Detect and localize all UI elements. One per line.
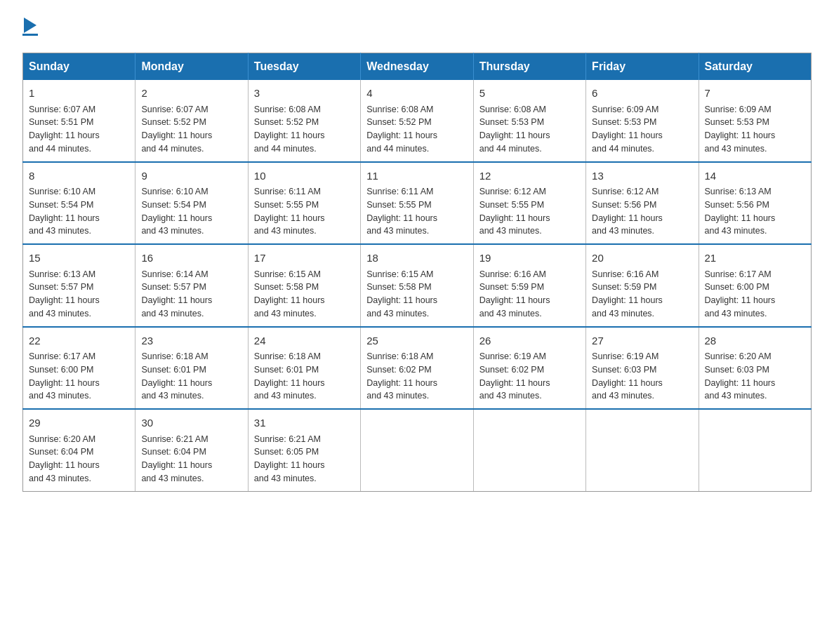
day-number: 15 xyxy=(29,250,129,267)
day-info: Sunrise: 6:08 AMSunset: 5:52 PMDaylight:… xyxy=(254,105,325,154)
calendar-cell: 12Sunrise: 6:12 AMSunset: 5:55 PMDayligh… xyxy=(473,162,585,245)
day-info: Sunrise: 6:12 AMSunset: 5:56 PMDaylight:… xyxy=(592,187,663,236)
calendar-cell: 14Sunrise: 6:13 AMSunset: 5:56 PMDayligh… xyxy=(699,162,811,245)
day-number: 18 xyxy=(366,250,467,267)
calendar-cell: 27Sunrise: 6:19 AMSunset: 6:03 PMDayligh… xyxy=(586,327,699,410)
week-row-1: 1Sunrise: 6:07 AMSunset: 5:51 PMDaylight… xyxy=(23,80,812,162)
calendar-cell xyxy=(361,409,473,491)
calendar-cell: 7Sunrise: 6:09 AMSunset: 5:53 PMDaylight… xyxy=(699,80,811,162)
calendar-cell: 8Sunrise: 6:10 AMSunset: 5:54 PMDaylight… xyxy=(23,162,135,245)
day-number: 4 xyxy=(366,86,467,102)
calendar-cell: 25Sunrise: 6:18 AMSunset: 6:02 PMDayligh… xyxy=(361,327,473,410)
day-info: Sunrise: 6:18 AMSunset: 6:01 PMDaylight:… xyxy=(254,351,325,401)
weekday-header-thursday: Thursday xyxy=(473,53,585,81)
week-row-2: 8Sunrise: 6:10 AMSunset: 5:54 PMDaylight… xyxy=(23,162,812,245)
day-number: 5 xyxy=(479,86,580,102)
calendar-cell: 22Sunrise: 6:17 AMSunset: 6:00 PMDayligh… xyxy=(23,327,135,410)
day-number: 25 xyxy=(366,333,467,349)
logo-arrow-icon xyxy=(24,17,37,35)
day-number: 10 xyxy=(254,168,355,185)
day-info: Sunrise: 6:21 AMSunset: 6:04 PMDaylight:… xyxy=(141,434,212,483)
day-info: Sunrise: 6:11 AMSunset: 5:55 PMDaylight:… xyxy=(366,187,437,236)
calendar-cell xyxy=(699,409,811,491)
weekday-header-row: SundayMondayTuesdayWednesdayThursdayFrid… xyxy=(23,53,812,81)
calendar-cell: 16Sunrise: 6:14 AMSunset: 5:57 PMDayligh… xyxy=(135,244,248,327)
calendar-cell: 9Sunrise: 6:10 AMSunset: 5:54 PMDaylight… xyxy=(135,162,248,245)
day-info: Sunrise: 6:17 AMSunset: 6:00 PMDaylight:… xyxy=(705,269,776,318)
day-number: 30 xyxy=(141,415,241,431)
day-info: Sunrise: 6:08 AMSunset: 5:52 PMDaylight:… xyxy=(366,105,437,154)
day-number: 20 xyxy=(592,250,692,267)
calendar-table: SundayMondayTuesdayWednesdayThursdayFrid… xyxy=(22,53,812,492)
calendar-cell xyxy=(473,409,585,491)
day-number: 3 xyxy=(254,86,355,102)
calendar-cell: 21Sunrise: 6:17 AMSunset: 6:00 PMDayligh… xyxy=(699,244,811,327)
week-row-4: 22Sunrise: 6:17 AMSunset: 6:00 PMDayligh… xyxy=(23,327,812,410)
calendar-cell: 20Sunrise: 6:16 AMSunset: 5:59 PMDayligh… xyxy=(586,244,699,327)
day-info: Sunrise: 6:13 AMSunset: 5:57 PMDaylight:… xyxy=(29,269,100,318)
day-number: 6 xyxy=(592,86,692,102)
day-info: Sunrise: 6:08 AMSunset: 5:53 PMDaylight:… xyxy=(479,105,550,154)
calendar-header: SundayMondayTuesdayWednesdayThursdayFrid… xyxy=(23,53,812,81)
calendar-cell: 5Sunrise: 6:08 AMSunset: 5:53 PMDaylight… xyxy=(473,80,585,162)
day-number: 21 xyxy=(705,250,805,267)
calendar-cell: 4Sunrise: 6:08 AMSunset: 5:52 PMDaylight… xyxy=(361,80,473,162)
day-info: Sunrise: 6:15 AMSunset: 5:58 PMDaylight:… xyxy=(366,269,437,318)
day-number: 22 xyxy=(29,333,129,349)
day-number: 23 xyxy=(141,333,241,349)
calendar-body: 1Sunrise: 6:07 AMSunset: 5:51 PMDaylight… xyxy=(23,80,812,491)
day-number: 2 xyxy=(141,86,241,102)
day-number: 19 xyxy=(479,250,580,267)
day-info: Sunrise: 6:16 AMSunset: 5:59 PMDaylight:… xyxy=(592,269,663,318)
day-number: 26 xyxy=(479,333,580,349)
calendar-cell: 13Sunrise: 6:12 AMSunset: 5:56 PMDayligh… xyxy=(586,162,699,245)
day-number: 24 xyxy=(254,333,355,349)
weekday-header-tuesday: Tuesday xyxy=(248,53,360,81)
day-number: 29 xyxy=(29,415,129,431)
logo-text xyxy=(22,17,38,35)
day-info: Sunrise: 6:09 AMSunset: 5:53 PMDaylight:… xyxy=(592,105,663,154)
day-number: 9 xyxy=(141,168,241,185)
day-info: Sunrise: 6:09 AMSunset: 5:53 PMDaylight:… xyxy=(705,105,776,154)
day-info: Sunrise: 6:12 AMSunset: 5:55 PMDaylight:… xyxy=(479,187,550,236)
calendar-cell: 3Sunrise: 6:08 AMSunset: 5:52 PMDaylight… xyxy=(248,80,360,162)
day-info: Sunrise: 6:15 AMSunset: 5:58 PMDaylight:… xyxy=(254,269,325,318)
weekday-header-saturday: Saturday xyxy=(699,53,811,81)
calendar-cell: 30Sunrise: 6:21 AMSunset: 6:04 PMDayligh… xyxy=(135,409,248,491)
day-info: Sunrise: 6:19 AMSunset: 6:02 PMDaylight:… xyxy=(479,351,550,401)
day-number: 1 xyxy=(29,86,129,102)
day-number: 31 xyxy=(254,415,355,431)
day-info: Sunrise: 6:19 AMSunset: 6:03 PMDaylight:… xyxy=(592,351,663,401)
calendar-cell: 31Sunrise: 6:21 AMSunset: 6:05 PMDayligh… xyxy=(248,409,360,491)
day-info: Sunrise: 6:20 AMSunset: 6:03 PMDaylight:… xyxy=(705,351,776,401)
day-info: Sunrise: 6:11 AMSunset: 5:55 PMDaylight:… xyxy=(254,187,325,236)
day-number: 13 xyxy=(592,168,692,185)
logo xyxy=(22,17,38,36)
calendar-cell: 24Sunrise: 6:18 AMSunset: 6:01 PMDayligh… xyxy=(248,327,360,410)
calendar-cell: 1Sunrise: 6:07 AMSunset: 5:51 PMDaylight… xyxy=(23,80,135,162)
calendar-cell: 11Sunrise: 6:11 AMSunset: 5:55 PMDayligh… xyxy=(361,162,473,245)
calendar-cell: 10Sunrise: 6:11 AMSunset: 5:55 PMDayligh… xyxy=(248,162,360,245)
day-number: 28 xyxy=(705,333,805,349)
calendar-cell: 26Sunrise: 6:19 AMSunset: 6:02 PMDayligh… xyxy=(473,327,585,410)
page-header xyxy=(22,17,812,36)
calendar-cell: 6Sunrise: 6:09 AMSunset: 5:53 PMDaylight… xyxy=(586,80,699,162)
day-number: 27 xyxy=(592,333,692,349)
day-info: Sunrise: 6:07 AMSunset: 5:52 PMDaylight:… xyxy=(141,105,212,154)
day-number: 7 xyxy=(705,86,805,102)
day-number: 8 xyxy=(29,168,129,185)
calendar-cell: 19Sunrise: 6:16 AMSunset: 5:59 PMDayligh… xyxy=(473,244,585,327)
calendar-cell xyxy=(586,409,699,491)
svg-marker-0 xyxy=(24,18,37,33)
day-info: Sunrise: 6:16 AMSunset: 5:59 PMDaylight:… xyxy=(479,269,550,318)
calendar-cell: 23Sunrise: 6:18 AMSunset: 6:01 PMDayligh… xyxy=(135,327,248,410)
day-info: Sunrise: 6:07 AMSunset: 5:51 PMDaylight:… xyxy=(29,105,100,154)
weekday-header-wednesday: Wednesday xyxy=(361,53,473,81)
calendar-cell: 2Sunrise: 6:07 AMSunset: 5:52 PMDaylight… xyxy=(135,80,248,162)
day-number: 11 xyxy=(366,168,467,185)
week-row-5: 29Sunrise: 6:20 AMSunset: 6:04 PMDayligh… xyxy=(23,409,812,491)
day-number: 14 xyxy=(705,168,805,185)
weekday-header-sunday: Sunday xyxy=(23,53,135,81)
day-info: Sunrise: 6:21 AMSunset: 6:05 PMDaylight:… xyxy=(254,434,325,483)
day-number: 16 xyxy=(141,250,241,267)
